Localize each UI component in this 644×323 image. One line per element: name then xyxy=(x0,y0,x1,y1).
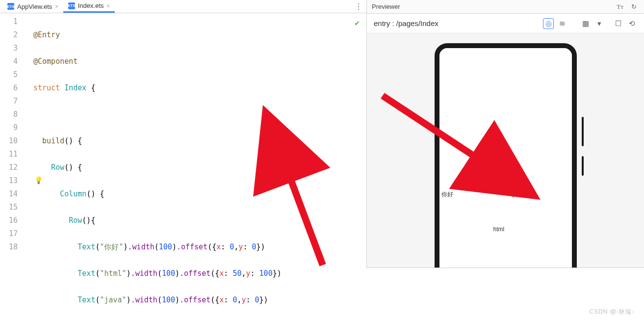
fold-gutter xyxy=(24,13,33,323)
phone-side-button xyxy=(582,117,584,146)
phone-side-button xyxy=(582,156,584,176)
watermark: CSDN @-耿瑞- xyxy=(589,308,634,316)
rotate-icon[interactable]: ⟲ xyxy=(626,18,637,29)
preview-text-java: java xyxy=(513,190,524,197)
preview-text-html: html xyxy=(493,226,505,233)
editor-tabs-bar: ETS AppView.ets × ETS Index.ets × ⋮ xyxy=(0,0,366,13)
intention-bulb-icon[interactable]: 💡 xyxy=(34,176,43,184)
previewer-title-bar: Previewer Tт ↻ xyxy=(367,0,644,14)
font-size-icon[interactable]: Tт xyxy=(615,1,625,12)
ets-file-icon: ETS xyxy=(68,2,75,9)
code-editor[interactable]: ✔ 💡 123456789101112131415161718 @Entry @… xyxy=(0,13,366,323)
entry-path: entry : /pages/Index xyxy=(374,19,438,27)
previewer-title: Previewer xyxy=(372,3,400,10)
close-icon[interactable]: × xyxy=(107,3,110,9)
line-gutter: 123456789101112131415161718 xyxy=(0,13,24,323)
tab-index[interactable]: ETS Index.ets × xyxy=(63,0,115,13)
crop-icon[interactable]: ☐ xyxy=(613,18,623,29)
code-content[interactable]: @Entry @Component struct Index { build()… xyxy=(33,13,366,323)
phone-screen[interactable]: 你好 java html xyxy=(439,48,572,268)
layers-icon[interactable]: ≋ xyxy=(557,18,567,29)
previewer-panel: Previewer Tт ↻ entry : /pages/Index ◎ ≋ … xyxy=(367,0,644,268)
chevron-down-icon[interactable]: ▾ xyxy=(594,18,605,29)
refresh-icon[interactable]: ↻ xyxy=(628,1,639,12)
device-canvas: 你好 java html xyxy=(367,33,644,268)
previewer-entry-bar: entry : /pages/Index ◎ ≋ ▦ ▾ ☐ ⟲ xyxy=(367,14,644,33)
ets-file-icon: ETS xyxy=(7,3,14,10)
phone-frame: 你好 java html xyxy=(435,43,577,268)
editor-panel: ETS AppView.ets × ETS Index.ets × ⋮ ✔ 💡 … xyxy=(0,0,367,268)
tab-label: AppView.ets xyxy=(17,3,52,10)
tab-appview[interactable]: ETS AppView.ets × xyxy=(2,1,63,12)
close-icon[interactable]: × xyxy=(55,3,58,9)
more-menu-icon[interactable]: ⋮ xyxy=(355,2,362,11)
tab-label: Index.ets xyxy=(78,2,104,9)
grid-icon[interactable]: ▦ xyxy=(580,18,591,29)
preview-text-nihao: 你好 xyxy=(441,190,453,199)
inspect-icon[interactable]: ◎ xyxy=(543,18,554,29)
